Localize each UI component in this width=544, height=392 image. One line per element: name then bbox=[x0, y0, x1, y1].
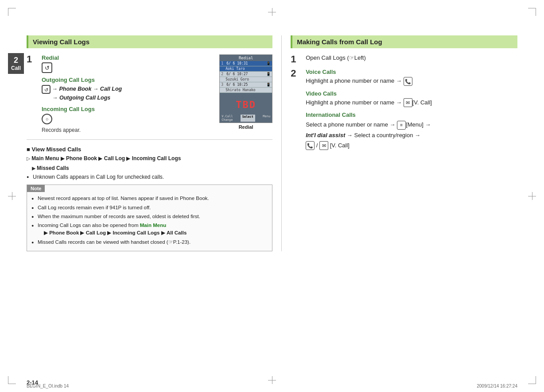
outgoing-callogs-text: Outgoing Call Logs bbox=[59, 95, 110, 101]
note-breadcrumb: ▶ Phone Book ▶ Call Log ▶ Incoming Call … bbox=[38, 230, 187, 235]
row-num-1: 1 bbox=[221, 61, 225, 65]
footer-select: Select bbox=[241, 115, 255, 122]
note-line-5: Missed Calls records can be viewed with … bbox=[31, 238, 268, 246]
row-date-2: 6/ 6 10:27 bbox=[226, 72, 248, 76]
phonebook-text: Phone Book bbox=[59, 86, 91, 92]
screen-row-1: 1 6/ 6 10:31 📱 bbox=[220, 61, 272, 66]
crosshair-right bbox=[528, 192, 536, 200]
name-1: Aoki Taro bbox=[221, 67, 245, 71]
tri-3: ▶ bbox=[126, 155, 132, 161]
note-box: Note Newest record appears at top of lis… bbox=[27, 184, 272, 251]
voice-calls-label: Voice Calls bbox=[306, 69, 517, 75]
intl-call-icon: 📞 bbox=[306, 141, 315, 150]
unknown-calls-desc: appears in Call Log for unchecked calls. bbox=[70, 174, 164, 180]
footer-vcall: V.CallChange bbox=[221, 115, 233, 122]
chapter-label: Call bbox=[11, 65, 21, 71]
intl-video-icon: ✉ bbox=[319, 141, 328, 150]
phone-screen: Redial 1 6/ 6 10:31 📱 Aoki Taro 2 bbox=[219, 54, 272, 123]
footer-menu: Menu bbox=[263, 115, 270, 122]
crosshair-top bbox=[268, 8, 276, 16]
left-column: Viewing Call Logs 1 Redial 1 6/ 6 10:31 … bbox=[27, 35, 282, 251]
intl-menu-icon: ≡ bbox=[397, 121, 406, 130]
main-menu-link: Main Menu bbox=[140, 223, 166, 228]
screen-title: Redial bbox=[220, 55, 272, 61]
row-date-3: 6/ 6 10:25 bbox=[226, 83, 248, 87]
phone-icon-3: 📱 bbox=[266, 83, 271, 87]
unknown-calls-text: Unknown Calls bbox=[33, 174, 68, 180]
unknown-calls-bullet: Unknown Calls appears in Call Log for un… bbox=[27, 174, 272, 180]
intl-arrow-2: → bbox=[425, 121, 431, 128]
intl-instruction: Select a phone number or name → ≡[Menu] … bbox=[306, 119, 517, 150]
intl-arrow-4: → bbox=[415, 132, 420, 138]
page-content: 2 Call Viewing Call Logs 1 Redial 1 bbox=[27, 35, 517, 365]
footer-left: BEGIN_E_OI.indb 14 bbox=[27, 384, 69, 388]
footer-right: 2009/12/14 16:27:24 bbox=[477, 384, 517, 388]
corner-mark-br bbox=[528, 376, 536, 384]
note-line-2: Call Log records remain even if 941P is … bbox=[31, 204, 268, 211]
vcall-button: [V. Call] bbox=[412, 99, 432, 106]
video-instruction: Highlight a phone number or name → ✉[V. … bbox=[306, 98, 517, 108]
right-step-2-content: Voice Calls Highlight a phone number or … bbox=[306, 69, 517, 155]
breadcrumb-arrow-2: ▶ bbox=[32, 165, 37, 171]
name-3: Shirato Hanako bbox=[221, 88, 255, 92]
screen-container: Redial 1 6/ 6 10:31 📱 Aoki Taro 2 bbox=[219, 54, 272, 130]
calllog-text: Call Log bbox=[100, 86, 122, 92]
breadcrumb-phone-book: Phone Book bbox=[66, 155, 97, 161]
name-2: Suzuki Goro bbox=[221, 77, 249, 81]
step-1-content: Redial 1 6/ 6 10:31 📱 Aoki Taro 2 bbox=[42, 54, 272, 133]
note-line-3: When the maximum number of records are s… bbox=[31, 213, 268, 220]
screen-footer: V.CallChange Select Menu bbox=[220, 114, 272, 123]
row-date-1: 6/ 6 10:31 bbox=[226, 61, 248, 65]
intl-arrow-1: → bbox=[390, 121, 396, 128]
breadcrumb-line-1: ▷ Main Menu ▶ Phone Book ▶ Call Log ▶ In… bbox=[27, 154, 272, 163]
intl-dial-assist: Int'l dial assist bbox=[306, 132, 345, 138]
corner-mark-tr bbox=[528, 8, 536, 16]
breadcrumb-main-menu: Main Menu bbox=[31, 155, 59, 161]
tbd-area: TBD bbox=[220, 93, 272, 114]
voice-instruction: Highlight a phone number or name → 📞 bbox=[306, 77, 517, 86]
video-calls-label: Video Calls bbox=[306, 90, 517, 97]
missed-calls-header: View Missed Calls bbox=[27, 146, 272, 153]
right-step-2-number: 2 bbox=[291, 69, 302, 78]
screen-name-row-1: Aoki Taro bbox=[220, 66, 272, 72]
row-num-2: 2 bbox=[221, 72, 225, 76]
redial-icon: ↺ bbox=[42, 62, 52, 73]
intl-calls-label: International Calls bbox=[306, 111, 517, 118]
right-step-1-row: 1 Open Call Logs (☞Left) bbox=[291, 54, 517, 64]
outgoing-arrow3: → bbox=[52, 95, 59, 101]
tri-1: ▶ bbox=[61, 155, 66, 161]
right-step-1-number: 1 bbox=[291, 54, 302, 64]
video-icon: ✉ bbox=[404, 98, 412, 107]
voice-arrow: → bbox=[396, 77, 402, 84]
corner-mark-tl bbox=[8, 8, 16, 16]
screen-caption: Redial bbox=[219, 124, 272, 130]
step-1-number: 1 bbox=[27, 54, 38, 64]
crosshair-bottom bbox=[268, 376, 276, 384]
phone-icon-1: 📱 bbox=[266, 61, 271, 65]
outgoing-icon: ↺ bbox=[42, 85, 51, 94]
chapter-tab: 2 Call bbox=[8, 53, 24, 74]
right-section-header: Making Calls from Call Log bbox=[291, 35, 517, 48]
video-arrow: → bbox=[396, 99, 402, 106]
step-1-row: 1 Redial 1 6/ 6 10:31 📱 Aoki Ta bbox=[27, 54, 272, 133]
note-line-4: Incoming Call Logs can also be opened fr… bbox=[31, 222, 268, 237]
crosshair-left bbox=[8, 192, 16, 200]
intl-vcall-button: [V. Call] bbox=[330, 142, 350, 149]
note-content: Newest record appears at top of list. Na… bbox=[27, 194, 272, 251]
screen-name-row-3: Shirato Hanako bbox=[220, 88, 272, 93]
breadcrumb-missed: Missed Calls bbox=[37, 165, 69, 171]
open-logs-line: Open Call Logs (☞Left) bbox=[306, 54, 517, 61]
phone-icon-2: 📱 bbox=[266, 72, 271, 76]
breadcrumb-line-2: ▶ Missed Calls bbox=[32, 164, 272, 173]
screen-row-2: 2 6/ 6 10:27 📱 bbox=[220, 72, 272, 77]
right-column: Making Calls from Call Log 1 Open Call L… bbox=[282, 35, 517, 251]
tri-2: ▶ bbox=[98, 155, 104, 161]
outgoing-arrow2: → bbox=[93, 86, 100, 92]
intl-slash: / bbox=[316, 142, 318, 149]
breadcrumb-incoming: Incoming Call Logs bbox=[132, 155, 181, 161]
right-step-1-content: Open Call Logs (☞Left) bbox=[306, 54, 517, 63]
chapter-number: 2 bbox=[10, 56, 22, 65]
left-section-header: Viewing Call Logs bbox=[27, 35, 272, 48]
call-icon: 📞 bbox=[404, 77, 412, 86]
section-divider bbox=[27, 139, 272, 140]
